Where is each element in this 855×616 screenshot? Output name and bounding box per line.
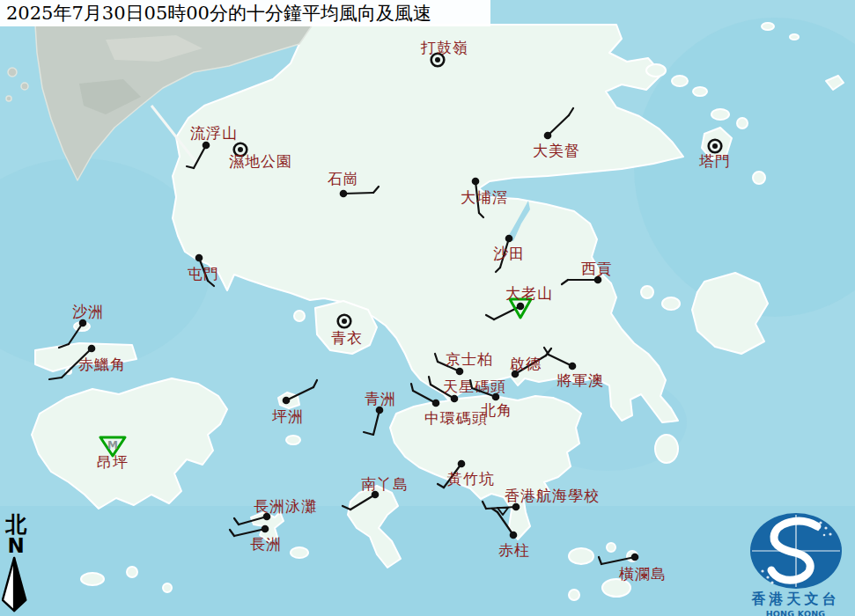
islet bbox=[737, 118, 748, 128]
north-label-en: N bbox=[2, 536, 30, 555]
calm-dot bbox=[712, 143, 718, 149]
station-label: 青洲 bbox=[365, 390, 396, 407]
station-dot bbox=[492, 393, 500, 401]
hko-name-en: HONG KONG OBSERVATORY bbox=[736, 609, 855, 616]
islet bbox=[641, 286, 653, 298]
station-dot bbox=[505, 235, 513, 243]
station-dot bbox=[569, 363, 577, 370]
station-label: 中環碼頭 bbox=[424, 409, 488, 427]
station-dot bbox=[340, 190, 348, 198]
station-label: 西貢 bbox=[581, 260, 613, 277]
station-label: 沙洲 bbox=[72, 303, 104, 320]
station-label: 昂坪 bbox=[97, 453, 129, 471]
station-label: 屯門 bbox=[188, 265, 219, 282]
station-label: 黃竹坑 bbox=[447, 470, 495, 488]
islet bbox=[753, 172, 765, 184]
north-compass: 北 N bbox=[2, 513, 30, 613]
station-label: 香港航海學校 bbox=[505, 487, 600, 504]
station-dot bbox=[458, 460, 466, 468]
station-label: 打鼓嶺 bbox=[420, 39, 468, 56]
station-dot bbox=[544, 132, 552, 140]
station-dot bbox=[195, 254, 203, 262]
station-dot bbox=[432, 400, 440, 407]
station-dot bbox=[517, 303, 525, 311]
station-dot bbox=[456, 368, 464, 376]
north-arrow-icon bbox=[2, 555, 30, 613]
station-label: 赤柱 bbox=[498, 541, 530, 559]
station-label: 橫瀾島 bbox=[619, 565, 667, 583]
calm-dot bbox=[435, 57, 440, 62]
station-label: 沙田 bbox=[493, 245, 525, 262]
hk-wind-map: 打鼓嶺流浮山濕地公園石崗大埔滘沙田大美督塔門西貢屯門沙洲赤鱲角青衣大老山京士柏啟… bbox=[0, 0, 855, 616]
station-label: 長洲泳灘 bbox=[254, 497, 317, 515]
station-label: 青衣 bbox=[331, 329, 363, 347]
station-label: 將軍澳 bbox=[556, 371, 604, 389]
station-label: 石崗 bbox=[328, 170, 359, 187]
south-sea-water bbox=[0, 506, 855, 616]
station-label: 坪洲 bbox=[272, 407, 304, 425]
wind-map-page: 打鼓嶺流浮山濕地公園石崗大埔滘沙田大美督塔門西貢屯門沙洲赤鱲角青衣大老山京士柏啟… bbox=[0, 0, 855, 616]
islet bbox=[6, 96, 11, 101]
islet bbox=[762, 23, 774, 30]
islet bbox=[569, 548, 593, 564]
station-label: 長洲 bbox=[250, 535, 282, 553]
wind-barb bbox=[343, 193, 373, 194]
islet bbox=[8, 68, 17, 77]
hko-name-cn: 香港天文台 bbox=[736, 590, 855, 609]
islet bbox=[127, 567, 137, 577]
station-dot bbox=[510, 532, 518, 539]
station-label: 大美督 bbox=[533, 142, 580, 159]
station-label: 大老山 bbox=[505, 284, 553, 302]
station-dot bbox=[451, 395, 459, 403]
station-label: 塔門 bbox=[698, 152, 731, 170]
station-dot bbox=[631, 554, 639, 561]
islet bbox=[163, 583, 172, 592]
islet bbox=[672, 76, 688, 86]
station-label: 濕地公園 bbox=[229, 152, 292, 170]
islet bbox=[790, 34, 799, 40]
islet bbox=[662, 297, 680, 310]
islet bbox=[711, 109, 729, 120]
islet bbox=[291, 547, 308, 558]
map-title: 2025年7月30日05時00分的十分鐘平均風向及風速 bbox=[0, 0, 490, 26]
station-dot bbox=[283, 397, 291, 405]
islet bbox=[646, 64, 666, 77]
islet-soko bbox=[81, 573, 104, 585]
station-label: 京士柏 bbox=[446, 350, 493, 368]
islet bbox=[21, 83, 28, 90]
station-dot bbox=[262, 525, 269, 533]
station-dot bbox=[472, 178, 480, 186]
station-label: 大埔滘 bbox=[461, 188, 508, 206]
station-label: 赤鱲角 bbox=[78, 356, 126, 373]
station-label: 流浮山 bbox=[190, 124, 238, 142]
hko-logo: 香港天文台 HONG KONG OBSERVATORY bbox=[736, 512, 855, 616]
calm-dot bbox=[342, 319, 347, 324]
islet bbox=[569, 590, 579, 600]
station-label: 啟德 bbox=[510, 355, 542, 372]
islet bbox=[607, 543, 615, 552]
islet-tung-lung bbox=[655, 435, 678, 463]
north-label-cn: 北 bbox=[2, 513, 30, 536]
station-label: 天星碼頭 bbox=[443, 378, 506, 395]
islet bbox=[693, 87, 707, 96]
station-dot bbox=[88, 345, 96, 353]
station-dot bbox=[203, 142, 210, 150]
hko-logo-icon bbox=[743, 512, 849, 590]
station-label: 南丫島 bbox=[361, 475, 409, 493]
mast-letter: M bbox=[107, 439, 118, 451]
islet bbox=[286, 436, 300, 444]
islet-ma-wan bbox=[294, 311, 305, 321]
